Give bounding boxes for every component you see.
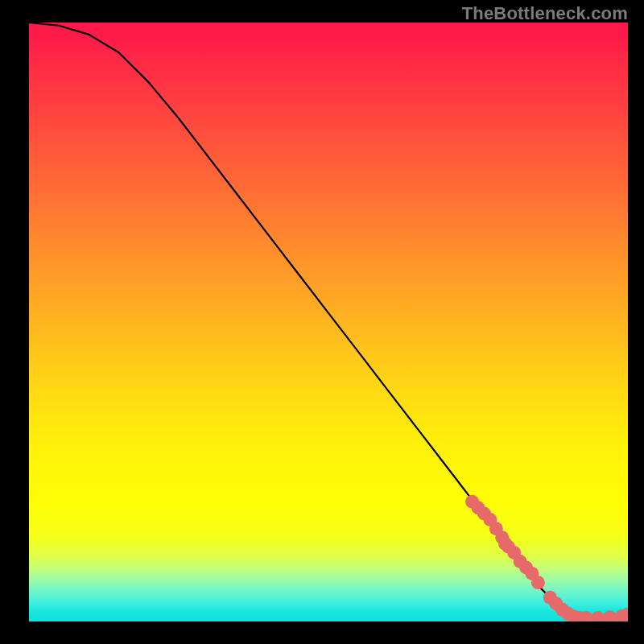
marker-point — [531, 576, 545, 589]
plot-area — [29, 23, 628, 621]
chart-container: TheBottleneck.com — [0, 0, 644, 644]
marker-point — [591, 611, 605, 621]
curve-svg — [29, 23, 628, 621]
marker-group — [465, 495, 628, 621]
marker-point — [603, 610, 617, 621]
bottleneck-curve — [29, 23, 628, 618]
watermark-text: TheBottleneck.com — [462, 3, 628, 24]
